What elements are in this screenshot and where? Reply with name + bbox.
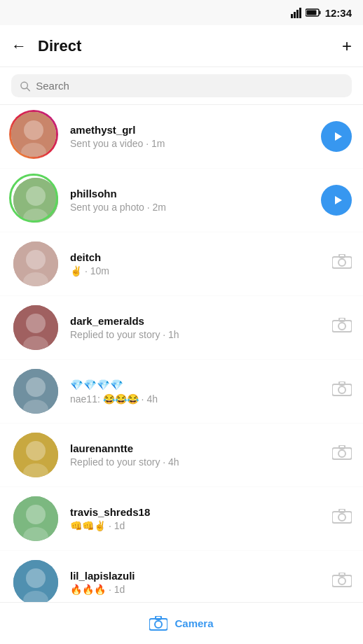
message-content: travis_shreds18👊👊✌️ · 1d — [70, 506, 322, 531]
svg-point-21 — [338, 259, 345, 266]
avatar — [11, 494, 60, 543]
message-username: travis_shreds18 — [70, 506, 322, 518]
message-action[interactable] — [332, 445, 352, 465]
avatar — [11, 558, 60, 607]
camera-bottom-icon — [149, 616, 167, 631]
message-username: amethyst_grl — [70, 124, 311, 136]
svg-point-51 — [338, 578, 345, 584]
message-list: amethyst_grlSent you a video · 1mphillso… — [0, 105, 363, 615]
list-item[interactable]: deitch✌️ · 10m — [0, 232, 363, 296]
message-username: phillsohn — [70, 188, 311, 200]
svg-point-33 — [338, 386, 345, 393]
message-action[interactable] — [332, 573, 352, 592]
bottom-bar: Camera — [0, 602, 363, 644]
camera-icon[interactable] — [332, 382, 352, 401]
message-content: phillsohnSent you a photo · 2m — [70, 188, 311, 213]
message-username: lil_lapislazuli — [70, 570, 322, 582]
camera-icon[interactable] — [332, 573, 352, 592]
camera-icon[interactable] — [332, 509, 352, 528]
search-bar — [0, 67, 363, 105]
svg-line-8 — [27, 88, 29, 90]
svg-rect-34 — [339, 382, 345, 385]
message-username: laurenanntte — [70, 442, 322, 454]
message-preview: Sent you a video · 1m — [70, 138, 311, 149]
camera-label[interactable]: Camera — [174, 617, 213, 629]
add-button[interactable]: + — [342, 36, 352, 56]
svg-marker-16 — [335, 196, 342, 204]
svg-rect-5 — [319, 11, 320, 15]
avatar — [11, 239, 60, 288]
svg-marker-12 — [335, 132, 342, 141]
svg-point-36 — [26, 441, 46, 461]
svg-point-27 — [338, 323, 345, 330]
page-title: Direct — [38, 37, 342, 55]
avatar — [11, 176, 60, 225]
avatar — [11, 112, 60, 161]
svg-rect-55 — [156, 616, 161, 620]
avatar — [11, 367, 60, 416]
list-item[interactable]: phillsohnSent you a photo · 2m — [0, 169, 363, 232]
list-item[interactable]: amethyst_grlSent you a video · 1m — [0, 105, 363, 169]
list-item[interactable]: 💎💎💎💎nae11: 😂😂😂 · 4h — [0, 360, 363, 424]
message-preview: ✌️ · 10m — [70, 265, 322, 276]
status-time: 12:34 — [325, 7, 352, 19]
svg-point-10 — [24, 120, 43, 140]
header: ← Direct + — [0, 25, 363, 67]
message-preview: 🔥🔥🔥 · 1d — [70, 584, 322, 595]
svg-point-42 — [26, 505, 46, 524]
message-preview: 👊👊✌️ · 1d — [70, 520, 322, 531]
search-input[interactable] — [36, 80, 343, 92]
play-button[interactable] — [321, 185, 352, 216]
svg-point-11 — [21, 143, 46, 157]
svg-rect-6 — [306, 10, 316, 15]
play-button[interactable] — [321, 121, 352, 152]
svg-rect-46 — [339, 509, 345, 512]
avatar — [11, 430, 60, 479]
list-item[interactable]: travis_shreds18👊👊✌️ · 1d — [0, 487, 363, 551]
message-content: amethyst_grlSent you a video · 1m — [70, 124, 311, 149]
list-item[interactable]: laurenanntteReplied to your story · 4h — [0, 424, 363, 487]
svg-rect-3 — [299, 8, 301, 18]
message-action[interactable] — [332, 382, 352, 401]
list-item[interactable]: dark_emeraldsReplied to your story · 1h — [0, 296, 363, 360]
battery-icon — [306, 8, 321, 17]
message-username: 💎💎💎💎 — [70, 379, 322, 391]
svg-rect-40 — [339, 445, 345, 449]
camera-icon[interactable] — [332, 445, 352, 465]
svg-point-48 — [26, 568, 46, 588]
search-icon — [20, 80, 30, 92]
status-icons — [291, 7, 321, 18]
svg-rect-52 — [339, 573, 345, 576]
message-content: deitch✌️ · 10m — [70, 251, 322, 276]
message-content: lil_lapislazuli🔥🔥🔥 · 1d — [70, 570, 322, 595]
back-button[interactable]: ← — [11, 37, 27, 55]
message-action[interactable] — [332, 318, 352, 337]
message-action[interactable] — [332, 509, 352, 528]
signal-icon — [291, 7, 302, 18]
svg-point-18 — [26, 250, 46, 270]
svg-rect-0 — [291, 14, 293, 18]
message-username: dark_emeralds — [70, 315, 322, 327]
svg-rect-22 — [339, 254, 345, 258]
message-username: deitch — [70, 251, 322, 263]
message-action[interactable] — [332, 254, 352, 274]
message-preview: nae11: 😂😂😂 · 4h — [70, 393, 322, 405]
svg-point-30 — [26, 377, 46, 397]
svg-point-54 — [155, 621, 162, 628]
message-preview: Replied to your story · 1h — [70, 329, 322, 340]
svg-point-39 — [338, 450, 345, 457]
camera-icon[interactable] — [332, 254, 352, 274]
message-action[interactable] — [321, 185, 352, 216]
svg-rect-2 — [296, 10, 299, 18]
svg-rect-9 — [11, 112, 56, 157]
status-bar: 12:34 — [0, 0, 363, 25]
message-content: dark_emeraldsReplied to your story · 1h — [70, 315, 322, 340]
svg-point-45 — [338, 514, 345, 521]
svg-point-14 — [26, 186, 46, 206]
camera-icon[interactable] — [332, 318, 352, 337]
svg-rect-28 — [339, 318, 345, 321]
message-content: laurenanntteReplied to your story · 4h — [70, 442, 322, 468]
message-action[interactable] — [321, 121, 352, 152]
search-wrap[interactable] — [11, 74, 352, 97]
svg-point-24 — [26, 314, 46, 333]
